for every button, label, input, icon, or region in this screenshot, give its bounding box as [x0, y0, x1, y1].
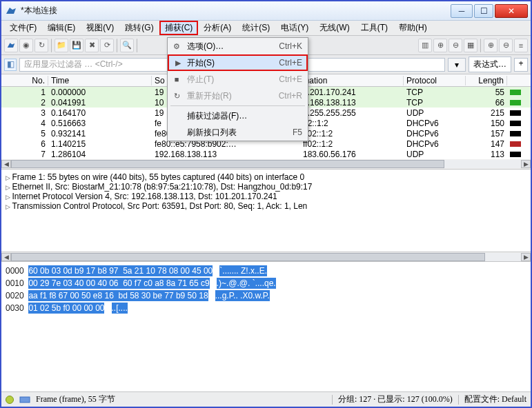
scroll-right-icon[interactable]: ▶	[521, 160, 531, 168]
menu-stop[interactable]: ■停止(T)Ctrl+E	[168, 71, 308, 88]
menu-go[interactable]: 跳转(G)	[119, 21, 159, 35]
menu-capture-filters[interactable]: 捕获过滤器(F)…	[168, 108, 308, 124]
cell-mark	[507, 150, 522, 159]
tool-resize-icon[interactable]: ⊕	[484, 39, 497, 52]
cell-mark	[507, 129, 522, 139]
statusbar: Frame (frame), 55 字节 分组: 127 · 已显示: 127 …	[1, 391, 531, 407]
cell-time: 1.286104	[48, 150, 152, 159]
menu-start[interactable]: ▶开始(S)Ctrl+E	[168, 54, 308, 71]
cell-dst: 02::1:2	[300, 119, 404, 128]
tool-stop-icon[interactable]: ◉	[19, 39, 33, 52]
detail-line[interactable]: Frame 1: 55 bytes on wire (440 bits), 55…	[6, 172, 526, 182]
scroll-track[interactable]	[11, 160, 521, 168]
minimize-button[interactable]: ─	[451, 4, 473, 18]
cell-proto: UDP	[404, 150, 466, 159]
tool-save-icon[interactable]: 💾	[70, 39, 83, 52]
cell-dst: ff02::1:2	[300, 129, 404, 139]
stop-icon: ■	[171, 74, 182, 85]
menu-refresh-interfaces[interactable]: 刷新接口列表F5	[168, 124, 308, 141]
tool-find-icon[interactable]: 🔍	[120, 39, 134, 52]
scroll-left-icon[interactable]: ◀	[1, 160, 11, 168]
tool-zoomin-icon[interactable]: ⊕	[433, 39, 447, 52]
scroll-thumb[interactable]	[11, 160, 444, 168]
cell-time: 0.932141	[48, 129, 152, 139]
horizontal-scrollbar[interactable]: ◀ ▶	[1, 159, 531, 169]
menu-options[interactable]: ⚙选项(O)…Ctrl+K	[168, 38, 308, 54]
cell-len: 150	[466, 119, 507, 128]
window-title: *本地连接	[21, 5, 451, 17]
close-button[interactable]: ✕	[495, 4, 528, 18]
cell-time: 1.140215	[48, 139, 152, 149]
expert-info-icon[interactable]	[6, 396, 14, 404]
cell-time: 0.000000	[48, 88, 152, 97]
menu-capture[interactable]: 捕获(C)	[159, 21, 199, 35]
tool-goto-first-icon[interactable]: ▥	[418, 39, 432, 52]
cell-time: 0.164170	[48, 108, 152, 118]
cell-dst: 5.255.255.255	[300, 108, 404, 118]
cell-time: 0.041991	[48, 98, 152, 108]
col-time[interactable]: Time	[48, 76, 152, 85]
expression-button[interactable]: 表达式…	[469, 57, 511, 72]
col-no[interactable]: No.	[1, 76, 48, 85]
app-icon	[6, 6, 17, 17]
col-destination[interactable]: ination	[300, 76, 404, 85]
status-frame: Frame (frame), 55 字节	[36, 394, 115, 405]
cell-mark	[507, 139, 522, 149]
hex-line[interactable]: 0030 01 02 5b f0 00 00 00 ..[....	[6, 302, 526, 314]
capture-menu-dropdown: ⚙选项(O)…Ctrl+K ▶开始(S)Ctrl+E ■停止(T)Ctrl+E …	[167, 37, 308, 141]
menu-stats[interactable]: 统计(S)	[237, 21, 275, 35]
col-length[interactable]: Length	[466, 76, 507, 85]
cell-no: 2	[1, 98, 48, 108]
detail-scrollbar[interactable]: ◀ ▶	[1, 252, 531, 262]
table-row[interactable]: 71.286104192.168.138.113183.60.56.176UDP…	[1, 149, 531, 159]
scroll-thumb[interactable]	[11, 253, 485, 261]
cell-proto: DHCPv6	[404, 119, 466, 128]
scroll-left-icon[interactable]: ◀	[1, 253, 11, 261]
detail-line[interactable]: Transmission Control Protocol, Src Port:…	[6, 201, 526, 211]
menu-help[interactable]: 帮助(H)	[393, 21, 433, 35]
menu-telephony[interactable]: 电话(Y)	[275, 21, 314, 35]
cell-len: 157	[466, 129, 507, 139]
tool-restart-icon[interactable]: ↻	[35, 39, 48, 52]
filter-apply-button[interactable]: ▾	[448, 58, 466, 72]
detail-line[interactable]: Ethernet II, Src: BiostarM_21:10:78 (b8:…	[6, 182, 526, 192]
packet-details: Frame 1: 55 bytes on wire (440 bits), 55…	[1, 170, 531, 252]
bookmark-icon[interactable]: ◧	[4, 59, 17, 71]
cell-mark	[507, 98, 522, 108]
menu-wireless[interactable]: 无线(W)	[314, 21, 355, 35]
cell-mark	[507, 108, 522, 118]
tool-zoomout-icon[interactable]: ⊖	[449, 39, 462, 52]
cell-len: 113	[466, 150, 507, 159]
tool-start-icon[interactable]	[4, 39, 18, 52]
svg-rect-0	[20, 397, 30, 402]
cell-src: 192.168.138.113	[152, 150, 300, 159]
hex-line[interactable]: 0000 60 0b 03 0d b9 17 b8 97 5a 21 10 78…	[6, 265, 526, 277]
capture-file-icon[interactable]	[19, 396, 30, 404]
tool-colorize-icon[interactable]: ⊖	[499, 39, 513, 52]
filter-add-button[interactable]: +	[514, 58, 528, 72]
scroll-track[interactable]	[11, 253, 521, 261]
cell-no: 7	[1, 150, 48, 159]
menu-file[interactable]: 文件(F)	[4, 21, 42, 35]
cell-dst: ff02::1:2	[300, 139, 404, 149]
status-profile[interactable]: 配置文件: Default	[464, 394, 526, 405]
tool-zoomreset-icon[interactable]: ▦	[464, 39, 477, 52]
menu-edit[interactable]: 编辑(E)	[42, 21, 81, 35]
menu-analyze[interactable]: 分析(A)	[198, 21, 237, 35]
cell-no: 1	[1, 88, 48, 97]
detail-line[interactable]: Internet Protocol Version 4, Src: 192.16…	[6, 192, 526, 201]
maximize-button[interactable]: ☐	[474, 4, 493, 18]
tool-close-icon[interactable]: ✖	[85, 39, 99, 52]
menu-view[interactable]: 视图(V)	[81, 21, 119, 35]
tool-sep	[51, 39, 52, 52]
col-protocol[interactable]: Protocol	[404, 76, 466, 85]
menu-restart[interactable]: ↻重新开始(R)Ctrl+R	[168, 88, 308, 104]
menu-tools[interactable]: 工具(T)	[355, 21, 393, 35]
tool-open-icon[interactable]: 📁	[55, 39, 68, 52]
hex-line[interactable]: 0010 00 29 7e 03 40 00 40 06 60 f7 c0 a8…	[6, 277, 526, 289]
scroll-right-icon[interactable]: ▶	[521, 253, 531, 261]
tool-autoscroll-icon[interactable]: ≡	[514, 39, 528, 52]
tool-reload-icon[interactable]: ⟳	[100, 39, 114, 52]
tool-sep	[117, 39, 117, 52]
hex-line[interactable]: 0020 aa f1 f8 67 00 50 e8 16 bd 58 30 be…	[6, 289, 526, 302]
